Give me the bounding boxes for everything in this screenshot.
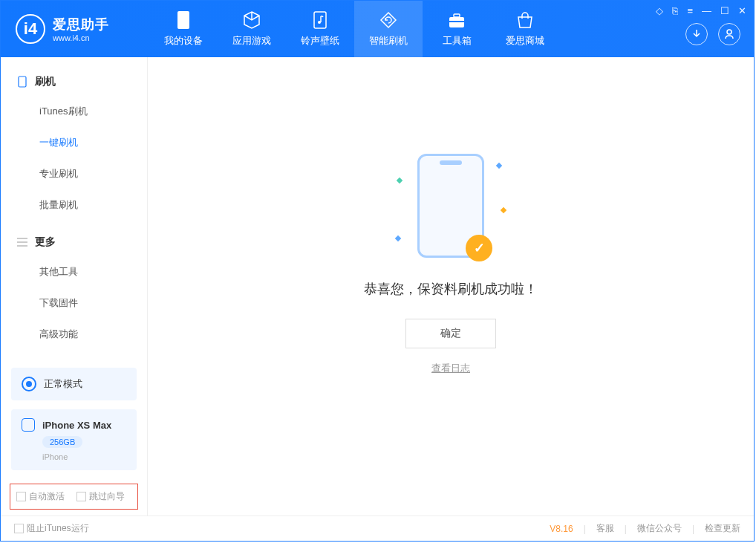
svg-rect-1 <box>314 12 326 28</box>
sidebar-header-flash: 刷机 <box>1 68 147 96</box>
separator: | <box>692 524 694 534</box>
logo-text: 爱思助手 www.i4.cn <box>53 16 109 42</box>
checkbox-label: 阻止iTunes运行 <box>27 522 89 535</box>
device-card[interactable]: iPhone XS Max 256GB iPhone <box>11 409 137 470</box>
window-controls: ◇ ⎘ ≡ — ☐ ✕ <box>656 5 746 16</box>
sparkle-icon <box>395 235 401 241</box>
store-icon <box>515 10 535 30</box>
checkbox-block-itunes[interactable]: 阻止iTunes运行 <box>14 522 89 535</box>
body: 刷机 iTunes刷机 一键刷机 专业刷机 批量刷机 更多 其他工具 下载固件 … <box>1 57 754 516</box>
nav-tab-label: 铃声壁纸 <box>301 34 339 48</box>
toolbox-icon <box>447 10 466 30</box>
footer-link-support[interactable]: 客服 <box>596 522 614 535</box>
shirt-icon[interactable]: ◇ <box>656 5 663 16</box>
footer: 阻止iTunes运行 V8.16 | 客服 | 微信公众号 | 检查更新 <box>1 516 754 541</box>
header: i4 爱思助手 www.i4.cn 我的设备 应用游戏 铃声壁纸 智能刷机 <box>1 1 754 57</box>
lock-icon[interactable]: ⎘ <box>672 5 678 16</box>
nav-tab-label: 工具箱 <box>443 34 472 48</box>
phone-illustration: ✓ <box>417 154 484 258</box>
sidebar-item-pro-flash[interactable]: 专业刷机 <box>1 158 147 189</box>
device-storage: 256GB <box>42 436 82 448</box>
list-icon <box>17 237 27 247</box>
success-check-icon: ✓ <box>466 235 492 261</box>
sidebar-item-itunes-flash[interactable]: iTunes刷机 <box>1 96 147 127</box>
svg-rect-5 <box>449 21 464 22</box>
footer-left: 阻止iTunes运行 <box>14 522 89 535</box>
sidebar-item-batch-flash[interactable]: 批量刷机 <box>1 189 147 221</box>
sidebar-header-more: 更多 <box>1 228 147 256</box>
sidebar-item-other-tools[interactable]: 其他工具 <box>1 256 147 287</box>
user-button[interactable] <box>718 23 740 45</box>
app-title: 爱思助手 <box>53 16 109 33</box>
device-type: iPhone <box>42 452 126 461</box>
footer-link-wechat[interactable]: 微信公众号 <box>637 522 682 535</box>
ok-button[interactable]: 确定 <box>405 319 496 348</box>
svg-point-2 <box>318 21 321 24</box>
view-log-link[interactable]: 查看日志 <box>431 362 470 375</box>
logo-area: i4 爱思助手 www.i4.cn <box>1 14 149 44</box>
sidebar-section-title: 更多 <box>35 235 56 249</box>
footer-link-update[interactable]: 检查更新 <box>705 522 740 535</box>
svg-rect-0 <box>177 11 189 29</box>
refresh-icon <box>379 10 398 30</box>
download-button[interactable] <box>685 23 708 45</box>
nav-tab-label: 爱思商城 <box>506 34 544 48</box>
status-label: 正常模式 <box>44 377 82 391</box>
sidebar: 刷机 iTunes刷机 一键刷机 专业刷机 批量刷机 更多 其他工具 下载固件 … <box>1 57 148 516</box>
app-logo-icon: i4 <box>16 14 45 44</box>
checkbox-skip-guide[interactable]: 跳过向导 <box>76 490 125 503</box>
checkbox-label: 自动激活 <box>29 490 65 503</box>
nav-tab-apps-games[interactable]: 应用游戏 <box>218 1 286 57</box>
svg-rect-4 <box>454 14 460 17</box>
svg-point-6 <box>727 30 731 34</box>
nav-tab-label: 智能刷机 <box>369 34 408 48</box>
sparkle-icon <box>501 207 506 212</box>
checkbox-icon <box>76 492 86 501</box>
checkbox-label: 跳过向导 <box>89 490 125 503</box>
device-small-icon <box>22 418 35 432</box>
menu-icon[interactable]: ≡ <box>687 5 693 16</box>
nav-tab-store[interactable]: 爱思商城 <box>491 1 559 57</box>
main-content: ✓ 恭喜您，保资料刷机成功啦！ 确定 查看日志 <box>148 57 754 516</box>
sidebar-section-more: 更多 其他工具 下载固件 高级功能 <box>1 228 147 350</box>
app-subtitle: www.i4.cn <box>53 33 109 42</box>
music-icon <box>310 10 330 30</box>
minimize-button[interactable]: — <box>702 5 711 16</box>
flash-options-highlight: 自动激活 跳过向导 <box>10 484 138 510</box>
nav-tab-label: 我的设备 <box>164 34 203 48</box>
device-row: iPhone XS Max <box>22 418 126 432</box>
separator: | <box>584 524 586 534</box>
cube-icon <box>242 10 261 30</box>
device-icon <box>174 10 193 30</box>
header-right <box>685 23 740 45</box>
version-label: V8.16 <box>550 524 573 534</box>
separator: | <box>625 524 627 534</box>
nav-tab-toolbox[interactable]: 工具箱 <box>423 1 491 57</box>
sidebar-section-title: 刷机 <box>35 75 56 88</box>
sidebar-item-advanced[interactable]: 高级功能 <box>1 319 147 350</box>
device-name: iPhone XS Max <box>42 420 111 431</box>
nav-tabs: 我的设备 应用游戏 铃声壁纸 智能刷机 工具箱 爱思商城 <box>149 1 559 57</box>
checkbox-auto-activate[interactable]: 自动激活 <box>16 490 65 503</box>
phone-icon <box>17 77 27 87</box>
footer-right: V8.16 | 客服 | 微信公众号 | 检查更新 <box>550 522 740 535</box>
checkbox-icon <box>14 524 24 533</box>
checkbox-icon <box>16 492 26 501</box>
sidebar-item-download-firmware[interactable]: 下载固件 <box>1 287 147 319</box>
sparkle-icon <box>496 162 502 168</box>
maximize-button[interactable]: ☐ <box>720 5 729 16</box>
sidebar-section-flash: 刷机 iTunes刷机 一键刷机 专业刷机 批量刷机 <box>1 68 147 221</box>
app-window: i4 爱思助手 www.i4.cn 我的设备 应用游戏 铃声壁纸 智能刷机 <box>0 0 755 542</box>
success-message: 恭喜您，保资料刷机成功啦！ <box>364 280 538 298</box>
svg-rect-7 <box>19 77 26 87</box>
status-icon <box>22 377 36 391</box>
sidebar-item-oneclick-flash[interactable]: 一键刷机 <box>1 127 147 158</box>
nav-tab-smart-flash[interactable]: 智能刷机 <box>354 1 423 57</box>
nav-tab-my-device[interactable]: 我的设备 <box>149 1 218 57</box>
nav-tab-ringtone-wallpaper[interactable]: 铃声壁纸 <box>286 1 354 57</box>
nav-tab-label: 应用游戏 <box>232 34 271 48</box>
close-button[interactable]: ✕ <box>738 5 746 16</box>
sparkle-icon <box>397 177 403 183</box>
status-card[interactable]: 正常模式 <box>11 368 137 400</box>
